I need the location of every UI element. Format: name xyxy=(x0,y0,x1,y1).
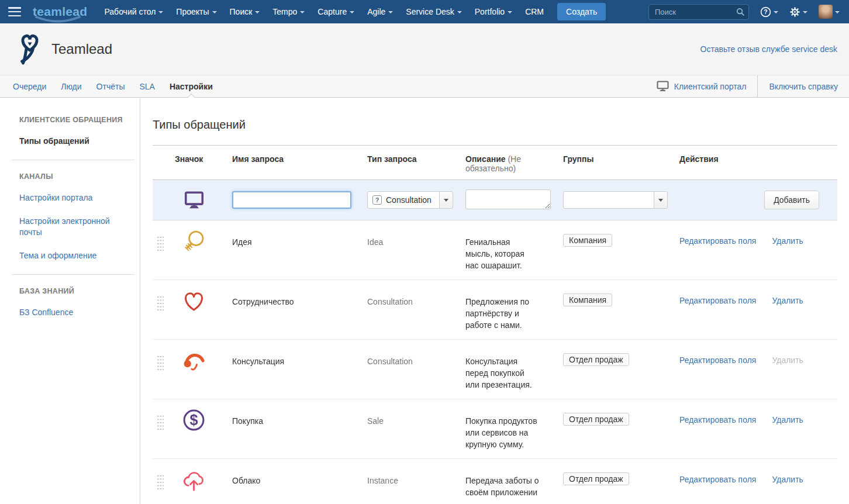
create-button[interactable]: Создать xyxy=(557,3,606,20)
section-tab[interactable]: SLA xyxy=(139,75,154,97)
content-area: КЛИЕНТСКИЕ ОБРАЩЕНИЯТипы обращенийКАНАЛЫ… xyxy=(0,98,849,504)
edit-fields-link[interactable]: Редактировать поля xyxy=(679,236,756,246)
caret-down-icon xyxy=(444,199,448,202)
section-tab[interactable]: Отчёты xyxy=(96,75,125,97)
user-avatar xyxy=(819,5,833,19)
request-name: Облако xyxy=(232,466,367,486)
heart-ribbon-logo xyxy=(18,33,42,65)
request-description: Покупка продуктов или сервисов на крупну… xyxy=(465,406,563,450)
request-name: Консультация xyxy=(232,347,367,367)
request-description: Предложения по партнёрству и работе с на… xyxy=(465,287,563,331)
sidebar-divider xyxy=(12,160,134,160)
project-header: Teamlead Оставьте отзыв службе service d… xyxy=(0,23,849,75)
sidebar-item[interactable]: Настройки портала xyxy=(19,192,133,203)
delete-link[interactable]: Удалить xyxy=(772,296,803,305)
group-badge: Компания xyxy=(563,234,612,247)
request-type-value: Consultation xyxy=(386,195,432,205)
sidebar-section-heading: БАЗА ЗНАНИЙ xyxy=(19,287,133,295)
nav-menu-item[interactable]: Capture xyxy=(311,0,361,23)
sidebar-item[interactable]: Типы обращений xyxy=(19,136,133,147)
sidebar-item[interactable]: Настройки электронной почты xyxy=(19,216,133,238)
col-header-groups: Группы xyxy=(563,154,679,164)
edit-fields-link[interactable]: Редактировать поля xyxy=(679,296,756,305)
sidebar-sections: КЛИЕНТСКИЕ ОБРАЩЕНИЯТипы обращенийКАНАЛЫ… xyxy=(19,116,133,318)
table-row: Сотрудничество Consultation Предложения … xyxy=(153,280,837,340)
quick-search xyxy=(648,4,749,20)
col-header-description: Описание (Не обязательно) xyxy=(465,154,563,173)
drag-handle[interactable] xyxy=(157,474,164,490)
cloud-upload-icon xyxy=(181,467,207,493)
profile-menu[interactable] xyxy=(819,5,840,19)
caret-down-icon xyxy=(388,11,393,13)
brand-logo[interactable]: teamlead xyxy=(28,5,92,19)
request-name-input[interactable] xyxy=(232,191,351,209)
section-tab[interactable]: Очереди xyxy=(13,75,46,97)
nav-menu-item[interactable]: Tempo xyxy=(266,0,311,23)
request-type: Consultation xyxy=(367,287,465,308)
lightbulb-icon xyxy=(181,228,207,254)
drag-handle[interactable] xyxy=(157,415,164,430)
add-button[interactable]: Добавить xyxy=(764,191,819,209)
delete-link[interactable]: Удалить xyxy=(772,475,803,484)
group-badge: Отдел продаж xyxy=(563,472,629,485)
nav-menu-item[interactable]: Поиск xyxy=(223,0,267,23)
sidebar-item[interactable]: БЗ Confluence xyxy=(19,307,133,318)
page-header-title: Teamlead xyxy=(51,41,112,57)
description-textarea[interactable] xyxy=(465,189,551,209)
row-actions: Редактировать поля Удалить xyxy=(679,227,837,246)
gear-icon xyxy=(789,6,800,18)
customer-portal-link[interactable]: Клиентский портал xyxy=(646,75,758,97)
dropdown-arrow-button[interactable] xyxy=(439,191,453,209)
col-header-type: Тип запроса xyxy=(367,154,465,164)
sidebar-section-heading: КЛИЕНТСКИЕ ОБРАЩЕНИЯ xyxy=(19,116,133,124)
caret-down-icon xyxy=(457,11,462,13)
request-name: Сотрудничество xyxy=(232,287,367,308)
help-menu[interactable]: ? xyxy=(760,6,778,18)
hamburger-icon[interactable] xyxy=(8,7,21,16)
settings-sidebar: КЛИЕНТСКИЕ ОБРАЩЕНИЯТипы обращенийКАНАЛЫ… xyxy=(0,98,140,504)
caret-down-icon xyxy=(658,199,663,202)
delete-link[interactable]: Удалить xyxy=(772,236,803,246)
monitor-icon[interactable] xyxy=(182,189,206,211)
col-header-actions: Действия xyxy=(679,154,837,164)
table-header-row: Значок Имя запроса Тип запроса Описание … xyxy=(153,145,837,180)
nav-menu-item[interactable]: Рабочий стол xyxy=(98,0,170,23)
search-icon xyxy=(736,8,745,16)
groups-select[interactable] xyxy=(563,191,679,209)
main-menu: Рабочий стол Проекты Поиск Tempo Capture xyxy=(98,0,550,23)
request-type-select[interactable]: ? Consultation xyxy=(367,191,465,209)
caret-down-icon xyxy=(255,11,260,13)
caret-down-icon xyxy=(508,11,512,13)
edit-fields-link[interactable]: Редактировать поля xyxy=(679,415,756,424)
delete-link: Удалить xyxy=(772,355,803,365)
headset-icon xyxy=(181,347,207,374)
request-type: Consultation xyxy=(367,347,465,367)
row-actions: Редактировать поля Удалить xyxy=(679,347,837,365)
feedback-link[interactable]: Оставьте отзыв службе service desk xyxy=(700,44,837,54)
delete-link[interactable]: Удалить xyxy=(772,415,803,424)
edit-fields-link[interactable]: Редактировать поля xyxy=(679,355,756,365)
enable-help-link[interactable]: Включить справку xyxy=(758,75,849,97)
drag-handle[interactable] xyxy=(157,355,164,371)
request-type: Idea xyxy=(367,227,465,248)
sidebar-item[interactable]: Тема и оформление xyxy=(19,250,133,261)
nav-menu-item[interactable]: Portfolio xyxy=(468,0,519,23)
issue-type-question-icon: ? xyxy=(372,195,382,205)
dollar-icon: $ xyxy=(181,407,207,433)
svg-text:?: ? xyxy=(764,9,767,15)
section-tab[interactable]: Люди xyxy=(61,75,81,97)
dropdown-arrow-button[interactable] xyxy=(654,191,668,209)
section-tab[interactable]: Настройки xyxy=(170,75,213,97)
section-tabs: Очереди Люди Отчёты SLA Настройки xyxy=(13,75,213,97)
request-type: Sale xyxy=(367,406,465,427)
search-input[interactable] xyxy=(648,4,749,20)
edit-fields-link[interactable]: Редактировать поля xyxy=(679,475,756,484)
nav-menu-item[interactable]: CRM xyxy=(519,0,550,23)
drag-handle[interactable] xyxy=(157,236,164,251)
nav-menu-item[interactable]: Проекты xyxy=(170,0,223,23)
admin-menu[interactable] xyxy=(789,6,807,18)
nav-menu-item[interactable]: Service Desk xyxy=(399,0,468,23)
nav-menu-item[interactable]: Agile xyxy=(361,0,399,23)
drag-handle[interactable] xyxy=(157,295,164,311)
row-actions: Редактировать поля Удалить xyxy=(679,406,837,424)
